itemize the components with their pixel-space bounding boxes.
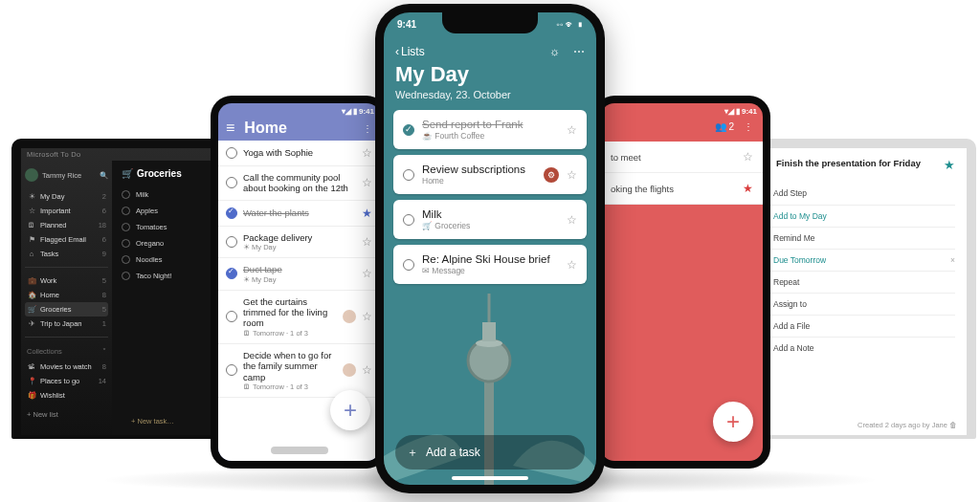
star-icon[interactable]: ☆	[362, 235, 372, 249]
page-date: Wednesday, 23. October	[395, 89, 585, 100]
complete-checkbox[interactable]	[403, 214, 414, 226]
star-icon[interactable]: ☆	[567, 123, 577, 137]
folder-icon: 🛒	[122, 168, 133, 179]
home-indicator	[452, 476, 528, 480]
page-title: Home	[244, 120, 286, 137]
complete-checkbox[interactable]	[226, 311, 237, 322]
assignee-avatar	[343, 363, 356, 377]
detail-row[interactable]: 🔔Remind Me	[756, 227, 955, 249]
detail-row[interactable]: ☀Add to My Day	[756, 205, 955, 227]
created-footer: Created 2 days ago by Jane 🗑	[858, 421, 957, 429]
task-row[interactable]: oking the flights★	[601, 173, 763, 205]
new-list-button[interactable]: + New list	[25, 403, 108, 426]
sidebar-item[interactable]: ⚑Flagged Email6	[25, 232, 108, 247]
notch	[442, 12, 538, 33]
complete-checkbox[interactable]	[403, 124, 414, 136]
sidebar-item[interactable]: ☀My Day2	[25, 189, 108, 204]
complete-checkbox[interactable]	[226, 177, 237, 188]
more-icon[interactable]: ⋮	[363, 123, 372, 134]
star-icon[interactable]: ★	[743, 182, 753, 195]
star-icon[interactable]: ☆	[567, 258, 577, 272]
task-row[interactable]: Duct tape☀ My Day☆	[218, 258, 380, 290]
complete-checkbox[interactable]	[226, 236, 237, 248]
avatar	[25, 168, 38, 182]
nav-pill	[271, 447, 328, 454]
complete-checkbox[interactable]	[403, 259, 414, 271]
back-button[interactable]: ‹ Lists	[395, 45, 425, 58]
detail-row[interactable]: 🗓Due Tomorrow×	[756, 249, 955, 271]
star-icon[interactable]: ★	[362, 207, 372, 220]
star-icon[interactable]: ☆	[362, 363, 372, 377]
sidebar-item[interactable]: 📽Movies to watch8	[25, 360, 108, 374]
svg-point-2	[468, 339, 510, 382]
header: ≡ Home ⋮	[218, 118, 380, 141]
svg-rect-4	[482, 322, 496, 341]
category-badge: ⚙	[544, 167, 559, 183]
sidebar-item[interactable]: 🛒Groceries5	[25, 302, 108, 316]
add-task-input[interactable]: ＋ Add a task	[395, 435, 585, 469]
complete-checkbox[interactable]	[226, 268, 237, 279]
task-title[interactable]: Finish the presentation for Friday	[776, 158, 936, 169]
sidebar-item[interactable]: ☆Important6	[25, 204, 108, 218]
task-row[interactable]: Get the curtains trimmed for the living …	[218, 291, 380, 344]
complete-checkbox[interactable]	[403, 169, 414, 181]
task-row[interactable]: Water the plants★	[218, 201, 380, 227]
star-icon[interactable]: ☆	[567, 213, 577, 227]
status-bar: ▾◢ ▮ 9:41	[218, 103, 380, 118]
sidebar-item[interactable]: 🎁Wishlist	[25, 388, 108, 403]
iphone-myday: 9:41 ◦◦ ᯤ ▮ ‹ Lists ☼ ⋯ My Day Wednesday…	[375, 4, 605, 493]
detail-row[interactable]: 📎Add a File	[756, 315, 955, 337]
chevron-left-icon: ‹	[395, 45, 399, 58]
sidebar-item[interactable]: 🏠Home8	[25, 288, 108, 302]
share-badge[interactable]: 👥 2	[715, 121, 734, 132]
star-icon[interactable]: ☆	[362, 146, 372, 160]
detail-row[interactable]: ＋Add Step	[756, 182, 955, 205]
sidebar-item[interactable]: ⌂Tasks9	[25, 247, 108, 261]
status-bar: ▾◢ ▮ 9:41	[601, 103, 763, 118]
star-icon[interactable]: ☆	[362, 310, 372, 323]
star-icon[interactable]: ☆	[362, 267, 372, 280]
sidebar-item[interactable]: ✈Trip to Japan1	[25, 316, 108, 331]
star-icon[interactable]: ☆	[362, 176, 372, 189]
star-icon[interactable]: ☆	[567, 168, 577, 182]
star-icon[interactable]: ★	[944, 158, 955, 172]
sidebar-item[interactable]: 💼Work5	[25, 273, 108, 288]
add-task-fab[interactable]: +	[713, 402, 753, 442]
task-list: Send report to Frank☕ Fourth Coffee☆Revi…	[384, 110, 596, 284]
assignee-avatar	[343, 310, 356, 323]
task-card[interactable]: Send report to Frank☕ Fourth Coffee☆	[393, 110, 587, 149]
task-card[interactable]: Re: Alpine Ski House brief✉ Message☆	[393, 245, 587, 284]
add-task-placeholder: Add a task	[426, 446, 480, 459]
task-row[interactable]: Package delivery☀ My Day☆	[218, 227, 380, 258]
user-name: Tammy Rice	[42, 171, 81, 180]
detail-row[interactable]: 🔁Repeat	[756, 271, 955, 293]
task-row[interactable]: Decide when to go for the family summer …	[218, 344, 380, 398]
svg-point-3	[476, 339, 502, 347]
more-icon[interactable]: ⋮	[744, 121, 753, 132]
page-title: My Day	[395, 62, 585, 87]
add-task-fab[interactable]: +	[330, 390, 370, 430]
complete-checkbox[interactable]	[226, 364, 237, 376]
sidebar-item[interactable]: 🗓Planned18	[25, 218, 108, 232]
complete-checkbox[interactable]	[226, 147, 237, 159]
sidebar-item[interactable]: 📍Places to go14	[25, 374, 108, 388]
android-phone-red: ▾◢ ▮ 9:41 👥 2 ⋮ to meet☆oking the flight…	[593, 96, 770, 469]
add-task-button[interactable]: + New task…	[131, 417, 174, 426]
list-title: Groceries	[137, 168, 182, 179]
complete-checkbox[interactable]	[226, 207, 237, 219]
more-icon[interactable]: ⋯	[573, 45, 585, 58]
task-card[interactable]: Review subscriptionsHome⚙☆	[393, 155, 587, 194]
star-icon[interactable]: ☆	[743, 150, 753, 164]
task-row[interactable]: Yoga with Sophie☆	[218, 141, 380, 166]
collections-header[interactable]: Collections˅	[25, 343, 108, 360]
suggestions-icon[interactable]: ☼	[549, 45, 560, 58]
menu-icon[interactable]: ≡	[226, 120, 234, 137]
detail-row[interactable]: 👤Assign to	[756, 293, 955, 315]
detail-row[interactable]: Add a Note	[756, 337, 955, 359]
user-chip[interactable]: Tammy Rice 🔍	[25, 164, 108, 189]
plus-icon: ＋	[407, 445, 418, 461]
svg-point-1	[468, 339, 510, 382]
task-row[interactable]: Call the community pool about booking on…	[218, 166, 380, 201]
task-card[interactable]: Milk🛒 Groceries☆	[393, 200, 587, 239]
task-row[interactable]: to meet☆	[601, 142, 763, 173]
